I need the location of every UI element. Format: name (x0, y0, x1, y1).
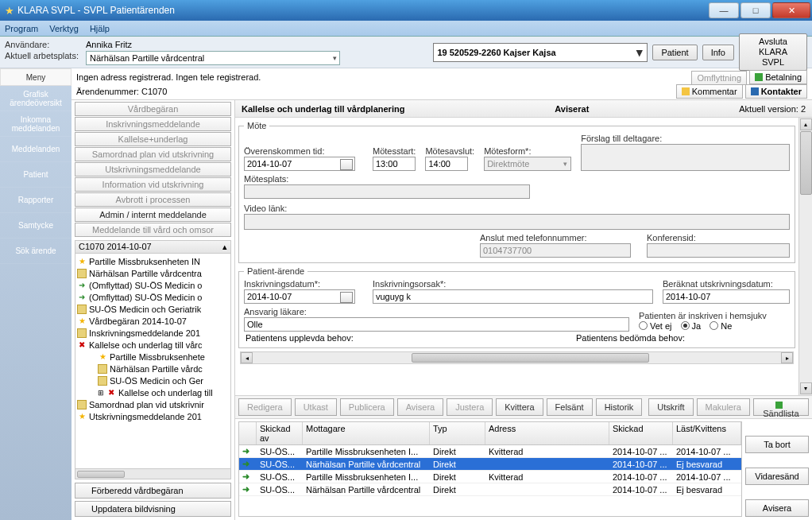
nav-meny[interactable]: Meny (0, 68, 72, 86)
avisera-button[interactable]: Avisera (397, 398, 443, 416)
utskrift-button[interactable]: Utskrift (648, 398, 693, 416)
kvittera-button[interactable]: Kvittera (496, 398, 543, 416)
patient-button[interactable]: Patient (652, 45, 697, 60)
grid-row[interactable]: ➜ SU-ÖS...Närhälsan Partille vårdcentral… (239, 458, 741, 471)
prepared-request-button[interactable]: Förberedd vårdbegäran (75, 483, 231, 499)
ansvarig-input[interactable]: Olle (244, 317, 629, 332)
nav-samtycke[interactable]: Samtycke (0, 213, 72, 239)
form-status: Aviserat (404, 104, 739, 114)
insk-date-input[interactable]: 2014-10-07▾ (244, 289, 355, 304)
update-imaging-button[interactable]: Uppdatera bildvisning (75, 501, 231, 517)
konf-input[interactable] (647, 243, 790, 258)
send-grid[interactable]: Skickad av Mottagare Typ Adress Skickad … (238, 421, 742, 517)
form-hscroll[interactable]: ◂▸ (240, 351, 794, 364)
tree-node[interactable]: ★Utskrivningsmeddelande 201 (75, 410, 230, 422)
workplace-value: Närhälsan Partille vårdcentral (90, 53, 204, 63)
redx-icon: ✖ (77, 340, 87, 350)
tree-node[interactable]: Närhälsan Partille vårdc (75, 363, 230, 374)
makulera-button[interactable]: Makulera (697, 398, 750, 416)
grid-row[interactable]: ➜ SU-ÖS...Närhälsan Partille vårdcentral… (239, 483, 741, 496)
case-step-button[interactable]: Samordnad plan vid utskrivning (75, 147, 231, 161)
historik-button[interactable]: Historik (596, 398, 643, 416)
redx-icon: ✖ (106, 388, 116, 398)
omflyttning-button[interactable]: Omflyttning (691, 71, 747, 85)
tree-header[interactable]: C1070 2014-10-07▴ (75, 240, 231, 254)
arrow-icon: ➜ (242, 459, 249, 468)
form-vscroll[interactable]: ▴▾ (798, 118, 812, 395)
motesplats-input[interactable] (244, 184, 530, 199)
radio-vetej[interactable]: Vet ej (639, 321, 672, 331)
motesform-combo[interactable]: Direktmöte (484, 157, 571, 171)
menu-program[interactable]: Program (5, 24, 38, 33)
patient-legend: Patient-ärende (244, 266, 307, 276)
workplace-dropdown[interactable]: Närhälsan Partille vårdcentral (86, 51, 340, 65)
case-step-button[interactable]: Utskrivningsmeddelande (75, 162, 231, 177)
close-button[interactable]: ✕ (772, 2, 810, 18)
vidaresand-button[interactable]: Vidaresänd (745, 468, 809, 485)
info-button[interactable]: Info (702, 45, 734, 60)
utkast-button[interactable]: Utkast (295, 398, 337, 416)
tree-node[interactable]: SU-ÖS Medicin och Geriatrik (75, 303, 230, 315)
tree-node[interactable]: ⊞✖Kallelse och underlag till (75, 386, 230, 398)
case-tree[interactable]: ★Partille Missbruksenheten INNärhälsan P… (75, 254, 231, 469)
max-button[interactable]: □ (740, 2, 771, 18)
star-icon: ★ (77, 412, 87, 421)
radio-nej[interactable]: Ne (710, 321, 732, 331)
min-button[interactable]: — (709, 2, 739, 18)
nav-inkomna[interactable]: Inkomna meddelanden (0, 111, 72, 137)
tree-hscroll[interactable] (75, 469, 231, 479)
menu-hjalp[interactable]: Hjälp (90, 24, 110, 33)
case-sidebar: VårdbegäranInskrivningsmeddelandeKallels… (72, 100, 235, 520)
agreed-date-input[interactable]: 2014-10-07▾ (244, 157, 355, 171)
grid-row[interactable]: ➜ SU-ÖS...Partille Missbruksenheten I...… (239, 445, 741, 458)
tree-node[interactable]: ✖Kallelse och underlag till vårc (75, 339, 230, 351)
sandlista-button[interactable]: Sändlista (753, 398, 809, 416)
radio-ja[interactable]: Ja (681, 321, 702, 331)
kontakter-button[interactable]: Kontakter (745, 84, 807, 99)
tree-node[interactable]: ➜(Omflyttad) SU-ÖS Medicin o (75, 291, 230, 303)
tel-input[interactable]: 0104737700 (480, 243, 631, 258)
betalning-button[interactable]: Betalning (749, 70, 807, 84)
nav-patient[interactable]: Patient (0, 162, 72, 188)
tree-node[interactable]: ★Partille Missbruksenheten IN (75, 255, 230, 267)
case-step-button[interactable]: Information vid utskrivning (75, 177, 231, 192)
felsant-button[interactable]: Felsänt (547, 398, 593, 416)
case-step-button[interactable]: Vårdbegäran (75, 102, 231, 116)
orsak-input[interactable]: vuguyg k (373, 289, 653, 304)
nav-meddel[interactable]: Meddelanden (0, 137, 72, 162)
tree-node[interactable]: ★Vårdbegäran 2014-10-07 (75, 315, 230, 327)
publicera-button[interactable]: Publicera (340, 398, 394, 416)
nav-grafisk[interactable]: Grafisk ärendeöversikt (0, 86, 72, 111)
video-input[interactable] (244, 214, 790, 230)
motesform-label: Mötesform*: (484, 146, 571, 156)
start-time-input[interactable]: 13:00 (373, 157, 416, 171)
deltagare-box[interactable] (581, 144, 790, 171)
tabort-button[interactable]: Ta bort (745, 436, 809, 453)
justera-button[interactable]: Justera (447, 398, 493, 416)
tree-node[interactable]: ★Partille Missbruksenhete (75, 351, 230, 363)
video-label: Video länk: (244, 204, 790, 213)
case-step-button[interactable]: Inskrivningsmeddelande (75, 117, 231, 131)
case-step-button[interactable]: Meddelande till vård och omsor (75, 223, 231, 237)
motesplats-label: Mötesplats: (244, 174, 530, 184)
menu-verktyg[interactable]: Verktyg (49, 24, 79, 33)
tree-node[interactable]: ➜(Omflyttad) SU-ÖS Medicin o (75, 279, 230, 291)
tree-node[interactable]: Inskrivningsmeddelande 201 (75, 327, 230, 339)
quit-button[interactable]: Avsluta KLARA SVPL (739, 33, 807, 71)
case-step-button[interactable]: Kallelse+underlag (75, 132, 231, 146)
grid-row[interactable]: ➜ SU-ÖS...Partille Missbruksenheten I...… (239, 471, 741, 483)
nav-sokarende[interactable]: Sök ärende (0, 239, 72, 264)
berak-input[interactable]: 2014-10-07 (663, 289, 790, 304)
tree-node[interactable]: SU-ÖS Medicin och Ger (75, 374, 230, 386)
send-avisera-button[interactable]: Avisera (745, 499, 809, 517)
redigera-button[interactable]: Redigera (238, 398, 292, 416)
case-step-button[interactable]: Admin / internt meddelande (75, 208, 231, 222)
tree-node[interactable]: Närhälsan Partille vårdcentra (75, 267, 230, 279)
patient-id-combo[interactable]: 19 520529-2260 Kajser Kajsa (433, 43, 648, 62)
user-label: Användare: (5, 40, 84, 49)
kommentar-button[interactable]: Kommentar (676, 84, 743, 99)
case-step-button[interactable]: Avbrott i processen (75, 192, 231, 207)
end-time-input[interactable]: 14:00 (425, 157, 468, 171)
nav-rapporter[interactable]: Rapporter (0, 188, 72, 213)
tree-node[interactable]: Samordnad plan vid utskrivnir (75, 398, 230, 410)
